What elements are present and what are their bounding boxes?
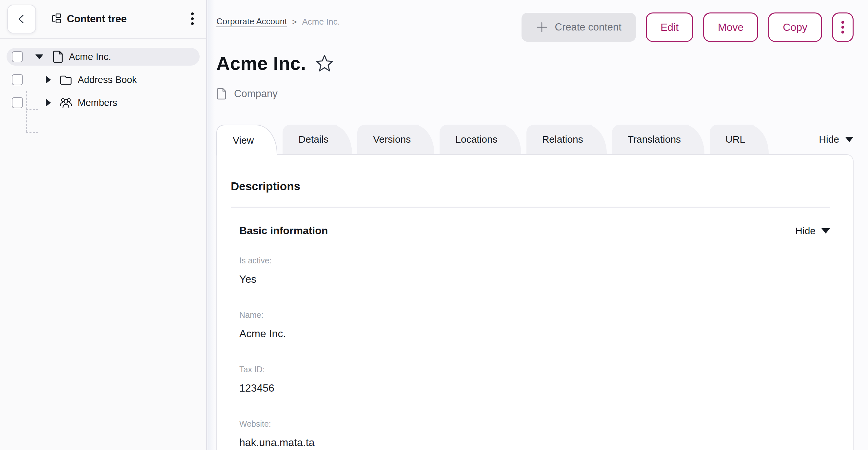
panel-inner: Descriptions Basic information Hide Is a…	[217, 155, 853, 449]
sidebar-kebab-menu-button[interactable]	[188, 9, 196, 29]
section-title: Descriptions	[231, 180, 830, 193]
topbar: Corporate Account > Acme Inc. Create con…	[215, 0, 868, 42]
tab-url[interactable]: URL	[710, 125, 753, 154]
tree-item-label: Acme Inc.	[69, 52, 111, 62]
tree-item-acme-inc[interactable]: Acme Inc.	[6, 48, 199, 66]
group-header: Basic information Hide	[231, 225, 830, 237]
kebab-icon	[190, 11, 194, 26]
caret-right-icon[interactable]	[46, 76, 51, 84]
field-is-active: Is active: Yes	[231, 256, 830, 286]
tree-item-label: Address Book	[78, 74, 137, 85]
field-website: Website: hak.una.mata.ta	[231, 419, 830, 449]
copy-button[interactable]: Copy	[768, 12, 822, 42]
tab-translations[interactable]: Translations	[612, 125, 689, 154]
hide-group-toggle[interactable]: Hide	[795, 225, 830, 237]
title-row: Acme Inc.	[216, 53, 868, 74]
tab-versions[interactable]: Versions	[357, 125, 419, 154]
tree-item-members[interactable]: Members	[6, 94, 199, 112]
tabs-row: View Details Versions Locations Relation…	[216, 125, 854, 154]
sidebar-header: Content tree	[0, 0, 206, 39]
tree-item-checkbox[interactable]	[12, 97, 23, 108]
caret-down-icon	[822, 228, 830, 234]
caret-down-icon	[845, 137, 854, 142]
tree-item-checkbox[interactable]	[12, 51, 23, 62]
field-value: Yes	[239, 273, 830, 286]
hide-tabs-toggle[interactable]: Hide	[819, 134, 854, 145]
breadcrumb-parent-link[interactable]: Corporate Account	[216, 17, 287, 27]
tab-view[interactable]: View	[216, 125, 262, 155]
users-icon	[59, 96, 72, 109]
field-value: 123456	[239, 382, 830, 394]
main-content: Corporate Account > Acme Inc. Create con…	[215, 0, 868, 450]
field-value: hak.una.mata.ta	[239, 437, 830, 449]
tree-item-address-book[interactable]: Address Book	[6, 71, 199, 89]
breadcrumb-current: Acme Inc.	[302, 17, 340, 27]
hide-tabs-label: Hide	[819, 134, 839, 145]
hide-group-label: Hide	[795, 225, 815, 237]
field-label: Is active:	[239, 256, 830, 265]
content-tree-icon	[51, 13, 62, 25]
field-label: Website:	[239, 419, 830, 429]
bookmark-star-icon[interactable]	[315, 54, 334, 72]
plus-icon	[536, 21, 548, 33]
chevron-left-icon	[16, 13, 28, 25]
more-actions-button[interactable]	[832, 12, 854, 42]
sidebar-title: Content tree	[67, 13, 127, 25]
file-icon	[216, 88, 227, 100]
view-panel: Descriptions Basic information Hide Is a…	[216, 154, 854, 450]
caret-right-icon[interactable]	[46, 99, 51, 107]
folder-icon	[59, 74, 72, 85]
field-label: Tax ID:	[239, 365, 830, 374]
field-value: Acme Inc.	[239, 328, 830, 340]
tab-details[interactable]: Details	[283, 125, 337, 154]
file-icon	[52, 51, 64, 63]
field-name: Name: Acme Inc.	[231, 310, 830, 340]
caret-down-icon[interactable]	[35, 55, 43, 59]
tab-locations[interactable]: Locations	[440, 125, 506, 154]
page-title: Acme Inc.	[216, 53, 306, 74]
action-buttons: Create content Edit Move Copy	[522, 12, 854, 42]
tree-item-label: Members	[78, 97, 117, 108]
content-type-row: Company	[216, 88, 868, 100]
sidebar-title-wrap: Content tree	[51, 13, 188, 25]
tab-relations[interactable]: Relations	[526, 125, 592, 154]
field-label: Name:	[239, 310, 830, 320]
section-divider	[231, 207, 830, 208]
kebab-icon	[841, 19, 845, 35]
tree-item-checkbox[interactable]	[12, 74, 23, 85]
create-content-button[interactable]: Create content	[522, 13, 636, 42]
group-title: Basic information	[239, 225, 328, 237]
move-button[interactable]: Move	[703, 12, 758, 42]
content-tree-sidebar: Content tree	[0, 0, 207, 450]
edit-button[interactable]: Edit	[646, 12, 693, 42]
breadcrumb: Corporate Account > Acme Inc.	[216, 17, 340, 27]
content-tree: Acme Inc. Address Book	[0, 39, 206, 112]
collapse-sidebar-button[interactable]	[7, 5, 36, 33]
tab-list: View Details Versions Locations Relation…	[216, 125, 819, 154]
field-tax-id: Tax ID: 123456	[231, 365, 830, 394]
sidebar-resize-gutter[interactable]	[208, 0, 215, 450]
content-type-label: Company	[234, 88, 278, 100]
breadcrumb-separator: >	[292, 18, 297, 27]
tree-connector-line	[26, 132, 38, 133]
create-content-label: Create content	[555, 21, 621, 33]
